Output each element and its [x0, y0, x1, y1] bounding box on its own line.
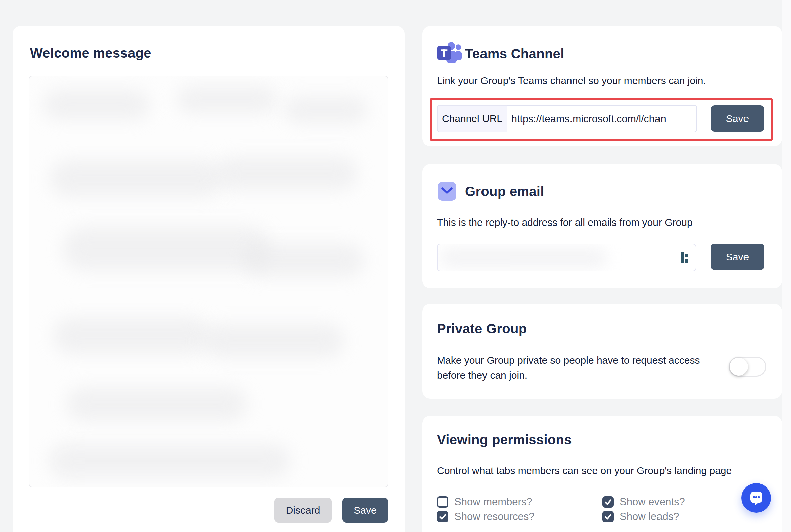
- welcome-message-title: Welcome message: [30, 45, 151, 60]
- private-group-card: Private Group Make your Group private so…: [422, 304, 782, 399]
- blurred-text: [43, 90, 150, 120]
- group-email-title: Group email: [465, 184, 544, 199]
- chat-launcher-button[interactable]: [741, 483, 771, 513]
- show-members-checkbox[interactable]: Show members?: [437, 496, 532, 508]
- teams-save-button[interactable]: Save: [711, 106, 764, 132]
- checkbox-label: Show members?: [455, 496, 532, 508]
- blurred-text: [50, 160, 224, 197]
- welcome-message-card: Welcome message Discard Save: [13, 26, 405, 532]
- group-email-card: Group email This is the reply-to address…: [422, 164, 782, 288]
- private-group-toggle[interactable]: [729, 357, 766, 377]
- teams-channel-card: Teams Channel Link your Group's Teams ch…: [422, 26, 782, 146]
- envelope-icon: [438, 182, 457, 201]
- welcome-message-editor[interactable]: [29, 76, 388, 488]
- checkbox-label: Show leads?: [620, 511, 679, 522]
- checkbox-label: Show resources?: [455, 511, 535, 522]
- blurred-text: [244, 244, 364, 277]
- teams-channel-title: Teams Channel: [465, 46, 564, 61]
- blurred-text: [177, 86, 277, 113]
- channel-url-label: Channel URL: [437, 105, 507, 133]
- blurred-email-value: [440, 248, 607, 268]
- welcome-save-button[interactable]: Save: [342, 497, 388, 522]
- private-group-description: Make your Group private so people have t…: [437, 353, 715, 383]
- email-save-button[interactable]: Save: [711, 244, 764, 270]
- checkbox-icon[interactable]: [437, 511, 448, 522]
- teams-channel-description: Link your Group's Teams channel so your …: [437, 73, 765, 88]
- checkbox-icon[interactable]: [602, 511, 614, 522]
- discard-button[interactable]: Discard: [274, 497, 332, 522]
- show-leads-checkbox[interactable]: Show leads?: [602, 511, 679, 522]
- blurred-text: [284, 96, 367, 123]
- group-email-input[interactable]: [437, 244, 696, 271]
- channel-url-input[interactable]: https://teams.microsoft.com/l/chan: [507, 105, 697, 133]
- autofill-icon[interactable]: [681, 252, 688, 264]
- private-group-title: Private Group: [437, 321, 527, 336]
- show-resources-checkbox[interactable]: Show resources?: [437, 511, 535, 522]
- viewing-permissions-title: Viewing permissions: [437, 432, 572, 448]
- viewing-permissions-card: Viewing permissions Control what tabs me…: [422, 416, 782, 532]
- blurred-text: [63, 227, 270, 270]
- blurred-text: [217, 157, 358, 190]
- show-events-checkbox[interactable]: Show events?: [602, 496, 685, 508]
- scrollbar-track[interactable]: [782, 0, 791, 532]
- checkbox-label: Show events?: [620, 496, 685, 508]
- blurred-text: [204, 324, 344, 357]
- blurred-text: [66, 387, 247, 421]
- group-email-description: This is the reply-to address for all ema…: [437, 215, 765, 230]
- settings-page: Welcome message Discard Save T: [0, 0, 791, 532]
- teams-icon: [437, 41, 463, 63]
- checkbox-icon[interactable]: [602, 496, 614, 508]
- toggle-knob: [730, 358, 748, 376]
- blurred-text: [53, 317, 210, 354]
- checkbox-icon[interactable]: [437, 496, 448, 508]
- viewing-permissions-description: Control what tabs members can see on you…: [437, 463, 772, 478]
- blurred-text: [50, 444, 290, 478]
- chat-bubble-icon: [747, 489, 765, 507]
